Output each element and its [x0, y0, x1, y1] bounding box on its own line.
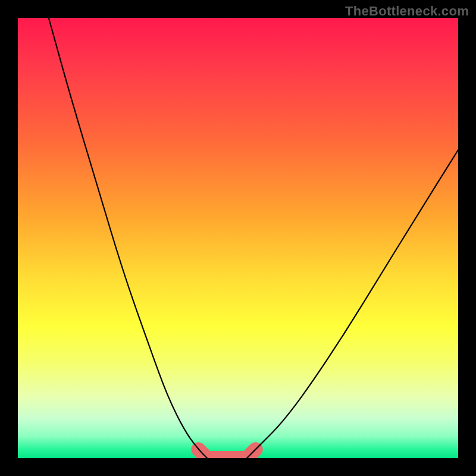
chart-frame: TheBottleneck.com	[0, 0, 476, 476]
plot-area	[18, 18, 458, 458]
trough-highlight	[198, 449, 255, 458]
curve-layer	[18, 18, 458, 458]
left-curve	[49, 18, 207, 458]
attribution-text: TheBottleneck.com	[345, 4, 469, 19]
right-curve	[247, 150, 458, 458]
